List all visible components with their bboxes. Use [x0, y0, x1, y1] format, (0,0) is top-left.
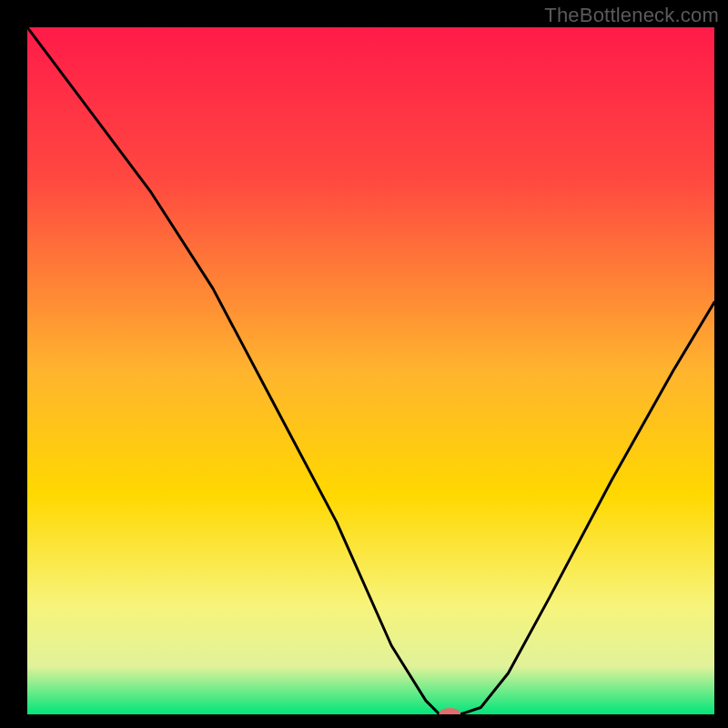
plot-background — [27, 27, 714, 714]
plot-area — [27, 27, 714, 714]
chart-frame: TheBottleneck.com — [0, 0, 728, 728]
watermark-text: TheBottleneck.com — [544, 4, 719, 27]
plot-svg — [27, 27, 714, 714]
